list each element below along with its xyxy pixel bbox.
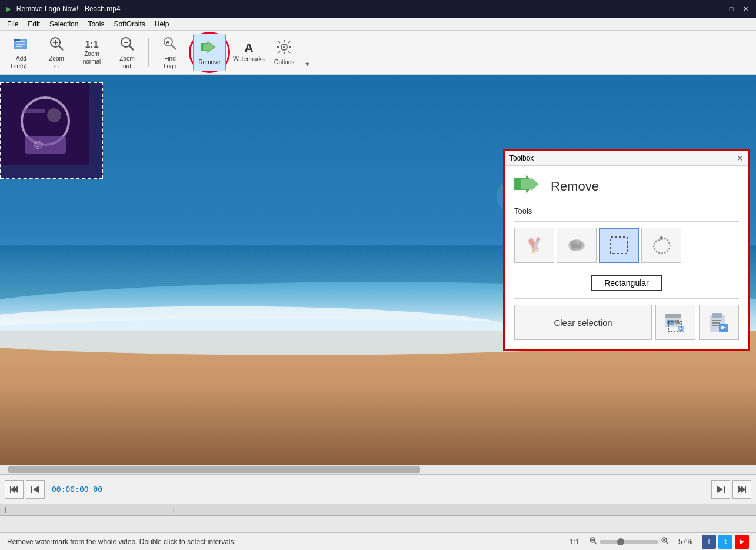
svg-text:A: A	[166, 39, 170, 45]
zoom-in-small-icon[interactable]	[661, 536, 669, 546]
svg-point-22	[283, 46, 285, 48]
menu-selection[interactable]: Selection	[45, 19, 83, 29]
toolbar-add-files-label: Add	[16, 55, 26, 62]
paste-from-clipboard-button[interactable]	[699, 305, 739, 340]
menu-softorbits[interactable]: SoftOrbits	[109, 19, 149, 29]
goto-start-icon	[9, 485, 19, 494]
zoom-slider-thumb[interactable]	[617, 538, 624, 545]
video-canvas: © Toolbox ✕	[0, 75, 756, 474]
add-files-icon	[13, 35, 29, 54]
toolbar-options[interactable]: Options	[268, 34, 301, 71]
svg-rect-62	[712, 313, 722, 318]
logo-selection-box[interactable]: ©	[0, 82, 103, 179]
toolbox-header: Toolbox ✕	[505, 151, 748, 166]
rectangular-button[interactable]: Rectangular	[591, 275, 662, 291]
window-title: Remove Logo Now! - Beach.mp4	[16, 5, 121, 13]
select-file-icon	[662, 309, 688, 335]
svg-rect-71	[31, 486, 32, 493]
zoom-out-small-icon[interactable]	[589, 536, 597, 546]
status-message: Remove watermark from the whole video. D…	[7, 538, 236, 546]
svg-marker-72	[33, 486, 39, 493]
title-controls: ─ □ ✕	[711, 3, 751, 15]
pencil-tool-icon	[522, 234, 546, 257]
menu-bar: File Edit Selection Tools SoftOrbits Hel…	[0, 18, 756, 31]
toolbar: Add File(s)... Zoom in 1:1 Zoom normal	[0, 31, 756, 75]
toolbar-find-logo-label: Find	[164, 55, 175, 62]
svg-line-6	[59, 46, 63, 50]
toolbar-zoom-out[interactable]: Zoom out	[111, 34, 144, 71]
svg-line-10	[129, 46, 134, 50]
zoom-percent-display: 57%	[678, 538, 692, 546]
svg-line-23	[278, 41, 280, 43]
tool-eraser[interactable]	[557, 228, 597, 263]
paste-clipboard-icon	[706, 309, 732, 335]
timecode-display: 00:00:00 00	[52, 485, 102, 494]
toolbar-remove-circle: Remove	[189, 32, 230, 73]
svg-rect-65	[712, 325, 719, 326]
svg-marker-74	[717, 486, 723, 493]
svg-marker-76	[741, 486, 745, 493]
svg-rect-4	[16, 46, 22, 47]
timeline-prev-frame[interactable]	[26, 480, 45, 499]
canvas-scrollbar-thumb[interactable]	[8, 466, 420, 473]
title-bar: ► Remove Logo Now! - Beach.mp4 ─ □ ✕	[0, 0, 756, 18]
svg-rect-3	[16, 44, 25, 45]
svg-point-38	[47, 108, 61, 122]
social-icons: f 𝕥 ▶	[702, 535, 749, 549]
svg-rect-54	[665, 314, 681, 318]
zoom-slider-track[interactable]	[600, 540, 658, 544]
remove-icon	[201, 39, 218, 58]
menu-file[interactable]: File	[2, 19, 23, 29]
minimize-button[interactable]: ─	[711, 3, 723, 15]
toolbar-zoom-normal[interactable]: 1:1 Zoom normal	[75, 34, 108, 71]
canvas-scrollbar[interactable]	[0, 465, 756, 474]
timeline-next-frame[interactable]	[711, 480, 730, 499]
tool-lasso[interactable]	[641, 228, 681, 263]
svg-rect-2	[16, 41, 25, 42]
select-from-file-button[interactable]	[655, 305, 695, 340]
svg-line-24	[288, 51, 290, 53]
menu-edit[interactable]: Edit	[23, 19, 45, 29]
zoom-in-icon	[48, 35, 65, 54]
youtube-icon[interactable]: ▶	[735, 535, 749, 549]
toolbar-add-files-label2: File(s)...	[11, 63, 32, 69]
maximize-button[interactable]: □	[725, 3, 737, 15]
svg-rect-70	[10, 486, 11, 493]
timeline-ruler: | |	[0, 504, 756, 516]
action-row: Clear selection	[514, 305, 739, 340]
tools-row	[514, 228, 739, 263]
toolbar-remove[interactable]: Remove	[193, 34, 226, 71]
svg-rect-51	[611, 237, 627, 254]
logo-icon: ©	[1, 83, 89, 165]
toolbox-header-label: Toolbox	[509, 154, 534, 162]
facebook-icon[interactable]: f	[702, 535, 716, 549]
toolbar-zoom-in-label2: in	[54, 63, 59, 69]
toolbox-close-button[interactable]: ✕	[737, 154, 744, 163]
toolbar-add-files[interactable]: Add File(s)...	[5, 34, 38, 71]
toolbox-title-row: Remove	[514, 175, 739, 197]
menu-help[interactable]: Help	[150, 19, 174, 29]
tools-label: Tools	[514, 206, 739, 215]
close-button[interactable]: ✕	[740, 3, 751, 15]
clear-selection-button[interactable]: Clear selection	[514, 305, 652, 340]
toolbar-zoom-out-label2: out	[123, 63, 131, 69]
tool-rect-select[interactable]	[599, 228, 639, 263]
toolbar-more[interactable]: ▼	[304, 61, 311, 71]
toolbar-zoom-out-label: Zoom	[119, 55, 135, 62]
twitter-icon[interactable]: 𝕥	[718, 535, 732, 549]
toolbar-watermarks[interactable]: A Watermarks	[232, 34, 265, 71]
status-right: 1:1	[570, 535, 749, 549]
svg-line-25	[288, 41, 290, 43]
menu-tools[interactable]: Tools	[83, 19, 109, 29]
svg-rect-1	[14, 39, 20, 41]
timeline-track[interactable]: | |	[0, 504, 756, 532]
tools-divider	[514, 221, 739, 222]
toolbox-panel: Toolbox ✕ Remove Tools	[503, 149, 750, 351]
toolbar-find-logo[interactable]: A Find Logo	[154, 34, 186, 71]
svg-rect-64	[712, 322, 720, 324]
timeline-goto-end[interactable]	[732, 480, 751, 499]
svg-line-80	[594, 542, 597, 544]
timeline-goto-start[interactable]	[5, 480, 24, 499]
tool-pencil[interactable]	[514, 228, 554, 263]
toolbar-zoom-in[interactable]: Zoom in	[40, 34, 73, 71]
